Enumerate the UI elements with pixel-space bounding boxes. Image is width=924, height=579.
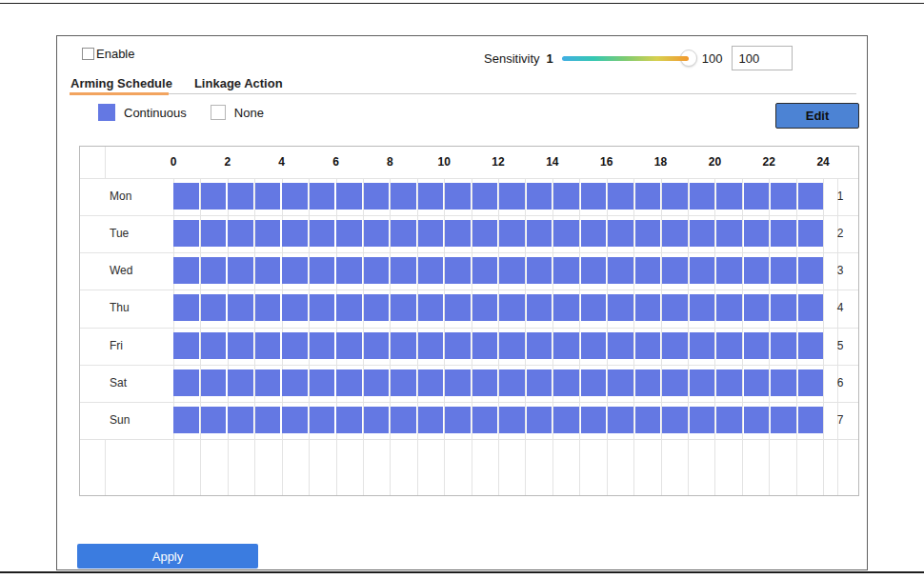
schedule-bar-cell[interactable] [310, 407, 335, 433]
schedule-bar-cell[interactable] [255, 407, 281, 433]
schedule-bar-cell[interactable] [364, 183, 390, 210]
schedule-bar[interactable] [173, 220, 823, 247]
schedule-bar-cell[interactable] [798, 369, 824, 396]
schedule-bar-cell[interactable] [690, 183, 715, 210]
schedule-bar-cell[interactable] [499, 220, 525, 247]
schedule-bar-cell[interactable] [744, 183, 770, 210]
schedule-bar-cell[interactable] [744, 369, 770, 396]
schedule-bar-cell[interactable] [472, 407, 498, 433]
schedule-bar-cell[interactable] [581, 332, 607, 359]
continuous-color-swatch[interactable] [98, 104, 115, 121]
schedule-bar-cell[interactable] [391, 369, 416, 396]
schedule-bar-cell[interactable] [310, 257, 335, 284]
schedule-bar-cell[interactable] [608, 257, 633, 284]
schedule-bar-cell[interactable] [472, 183, 498, 210]
enable-checkbox[interactable] [82, 48, 94, 60]
schedule-bar-cell[interactable] [336, 407, 362, 433]
schedule-bar-cell[interactable] [201, 407, 227, 433]
schedule-bar-cell[interactable] [418, 332, 444, 359]
schedule-bar-cell[interactable] [635, 220, 661, 247]
schedule-bar-cell[interactable] [445, 369, 471, 396]
schedule-bar-cell[interactable] [581, 220, 607, 247]
schedule-bar-cell[interactable] [716, 183, 742, 210]
schedule-bar-cell[interactable] [282, 407, 308, 433]
schedule-bar-cell[interactable] [553, 407, 579, 433]
schedule-bar-cell[interactable] [798, 220, 824, 247]
schedule-bar-cell[interactable] [499, 369, 525, 396]
schedule-bar-cell[interactable] [173, 332, 199, 359]
schedule-bar-cell[interactable] [499, 407, 525, 433]
schedule-bar-cell[interactable] [282, 220, 308, 247]
schedule-bar-cell[interactable] [553, 294, 579, 321]
schedule-bar-cell[interactable] [635, 332, 661, 359]
schedule-bar-cell[interactable] [336, 220, 362, 247]
schedule-bar-cell[interactable] [336, 294, 362, 321]
schedule-bar-cell[interactable] [173, 294, 199, 321]
schedule-bar-cell[interactable] [499, 183, 525, 210]
schedule-bar-cell[interactable] [662, 183, 688, 210]
schedule-bar-cell[interactable] [255, 183, 281, 210]
schedule-bar-cell[interactable] [798, 294, 824, 321]
schedule-bar-cell[interactable] [690, 294, 715, 321]
schedule-bar-cell[interactable] [499, 294, 525, 321]
schedule-bar[interactable] [173, 257, 823, 284]
schedule-bar-cell[interactable] [255, 294, 281, 321]
schedule-bar-cell[interactable] [553, 220, 579, 247]
schedule-bar-cell[interactable] [336, 257, 362, 284]
schedule-bar-cell[interactable] [364, 407, 390, 433]
schedule-bar-cell[interactable] [635, 183, 661, 210]
schedule-bar-cell[interactable] [228, 220, 253, 247]
schedule-bar-cell[interactable] [608, 220, 633, 247]
schedule-bar-cell[interactable] [716, 294, 742, 321]
schedule-bar-cell[interactable] [771, 183, 796, 210]
schedule-bar-cell[interactable] [553, 369, 579, 396]
schedule-bar-cell[interactable] [798, 332, 824, 359]
schedule-bar-cell[interactable] [635, 407, 661, 433]
tab-linkage-action[interactable]: Linkage Action [194, 76, 283, 90]
schedule-bar-cell[interactable] [662, 220, 688, 247]
schedule-bar-cell[interactable] [553, 183, 579, 210]
schedule-bar-cell[interactable] [771, 369, 796, 396]
schedule-bar-cell[interactable] [744, 407, 770, 433]
schedule-bar-cell[interactable] [690, 220, 715, 247]
schedule-bar-cell[interactable] [581, 407, 607, 433]
schedule-bar-cell[interactable] [472, 257, 498, 284]
schedule-bar-cell[interactable] [635, 369, 661, 396]
schedule-bar-cell[interactable] [527, 332, 552, 359]
schedule-bar-cell[interactable] [608, 407, 633, 433]
schedule-bar-cell[interactable] [472, 294, 498, 321]
schedule-bar-cell[interactable] [662, 332, 688, 359]
schedule-bar-cell[interactable] [228, 369, 253, 396]
schedule-bar[interactable] [173, 369, 823, 396]
sensitivity-slider-track[interactable] [562, 56, 689, 61]
schedule-bar-cell[interactable] [798, 183, 824, 210]
schedule-bar-cell[interactable] [527, 220, 552, 247]
schedule-bar-cell[interactable] [445, 220, 471, 247]
schedule-bar-cell[interactable] [310, 220, 335, 247]
schedule-bar-cell[interactable] [771, 294, 796, 321]
schedule-bar-cell[interactable] [527, 407, 552, 433]
schedule-bar-cell[interactable] [418, 369, 444, 396]
schedule-bar-cell[interactable] [201, 294, 227, 321]
schedule-bar-cell[interactable] [255, 220, 281, 247]
schedule-bar-cell[interactable] [282, 183, 308, 210]
schedule-bar-cell[interactable] [418, 257, 444, 284]
schedule-bar-cell[interactable] [282, 369, 308, 396]
schedule-bar-cell[interactable] [228, 332, 253, 359]
schedule-bar-cell[interactable] [445, 332, 471, 359]
schedule-bar-cell[interactable] [201, 332, 227, 359]
schedule-bar-cell[interactable] [662, 294, 688, 321]
schedule-bar-cell[interactable] [391, 332, 416, 359]
schedule-bar-cell[interactable] [527, 369, 552, 396]
schedule-bar-cell[interactable] [445, 183, 471, 210]
schedule-bar-cell[interactable] [418, 220, 444, 247]
schedule-bar-cell[interactable] [608, 332, 633, 359]
schedule-bar-cell[interactable] [391, 220, 416, 247]
schedule-bar-cell[interactable] [173, 369, 199, 396]
schedule-bar-cell[interactable] [798, 407, 824, 433]
schedule-bar-cell[interactable] [527, 294, 552, 321]
schedule-bar[interactable] [173, 407, 823, 433]
schedule-bar-cell[interactable] [418, 407, 444, 433]
schedule-bar-cell[interactable] [608, 369, 633, 396]
schedule-bar-cell[interactable] [201, 220, 227, 247]
